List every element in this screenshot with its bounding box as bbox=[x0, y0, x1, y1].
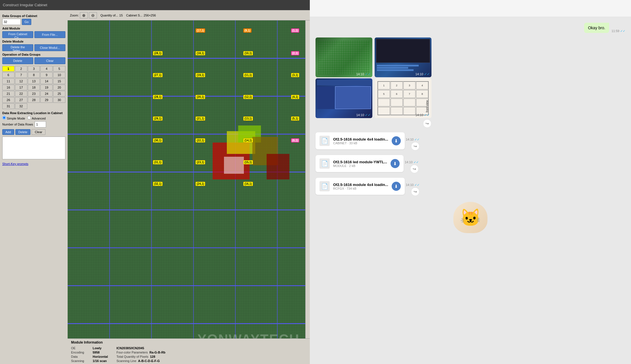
file-info-1: Of2.5-1616 module 4x4 loadin... CABINET … bbox=[333, 137, 388, 145]
number-grid: 1 2 3 4 5 6 7 8 9 10 11 12 13 14 15 16 1… bbox=[2, 66, 65, 109]
thumb-1[interactable]: 14:10✓✓ bbox=[316, 37, 372, 77]
delete-group-button[interactable]: Delete bbox=[2, 57, 33, 64]
forward-button-1[interactable]: ↪ bbox=[411, 142, 420, 150]
chat-messages[interactable]: Okay bro. 11:59 ✓✓ 14:10✓✓ bbox=[310, 17, 631, 364]
num-btn-19[interactable]: 19 bbox=[40, 85, 53, 90]
chat-header bbox=[310, 0, 631, 17]
download-button-1[interactable]: ⬇ bbox=[392, 136, 401, 145]
zoom-label: Zoom: bbox=[70, 14, 79, 17]
module-label-17-1: (17,1) bbox=[196, 28, 205, 33]
num-btn-6[interactable]: 6 bbox=[2, 72, 14, 78]
module-label-3-1: (3,1) bbox=[291, 73, 299, 77]
scanning-label: Scanning bbox=[71, 359, 91, 363]
module-label-28-1b: (28,1) bbox=[153, 95, 163, 99]
num-data-rows-label: Number of Data Rows bbox=[2, 123, 33, 126]
text-area[interactable] bbox=[2, 137, 65, 159]
download-button-2[interactable]: ⬇ bbox=[391, 159, 400, 168]
scrollbar-vertical[interactable] bbox=[305, 20, 310, 364]
num-btn-1[interactable]: 1 bbox=[2, 66, 14, 72]
clear-button[interactable]: Clear bbox=[32, 129, 45, 135]
cat-image: 🐱 bbox=[453, 202, 487, 233]
num-btn-2[interactable]: 2 bbox=[15, 66, 27, 72]
thumb-3[interactable]: 14:10✓✓ bbox=[316, 78, 372, 118]
num-btn-28[interactable]: 28 bbox=[28, 97, 40, 103]
module-label-28-1a: (28,1) bbox=[153, 51, 163, 55]
simple-mode-label: Simple Mode bbox=[7, 117, 25, 120]
num-btn-9[interactable]: 9 bbox=[40, 72, 53, 78]
from-cabinet-button[interactable]: From Cabinet Co... bbox=[2, 31, 33, 38]
module-label-12-1: (12,1) bbox=[243, 95, 253, 99]
zoom-in-button[interactable]: ⊕ bbox=[80, 12, 88, 18]
advanced-radio[interactable]: Advanced bbox=[27, 116, 45, 120]
num-btn-23[interactable]: 23 bbox=[28, 91, 40, 97]
num-btn-14[interactable]: 14 bbox=[40, 78, 53, 84]
sent-message: Okay bro. 11:59 ✓✓ bbox=[584, 23, 625, 33]
forward-button-images[interactable]: ↪ bbox=[423, 119, 431, 128]
num-btn-31[interactable]: 31 bbox=[2, 103, 14, 109]
download-button-3[interactable]: ⬇ bbox=[392, 182, 401, 191]
encoding-label: Encoding bbox=[71, 351, 91, 354]
module-label-18-1: (18,1) bbox=[196, 51, 205, 55]
cabinet-s-value: 256×256 bbox=[144, 14, 156, 17]
num-btn-16[interactable]: 16 bbox=[2, 85, 14, 90]
num-btn-10[interactable]: 10 bbox=[53, 72, 65, 78]
file-name-1: Of2.5-1616 module 4x4 loadin... bbox=[333, 137, 388, 141]
module-label-29-1: (29,1) bbox=[153, 116, 163, 121]
clear-group-button[interactable]: Clear bbox=[34, 57, 65, 64]
from-file-button[interactable]: From File... bbox=[34, 31, 65, 38]
num-btn-25[interactable]: 25 bbox=[53, 91, 65, 97]
num-data-rows-input[interactable] bbox=[35, 121, 46, 127]
module-label-21-1: (21,1) bbox=[196, 116, 205, 121]
file-attachment-1[interactable]: 📄 Of2.5-1616 module 4x4 loadin... CABINE… bbox=[316, 132, 405, 149]
num-btn-22[interactable]: 22 bbox=[15, 91, 27, 97]
num-btn-3[interactable]: 3 bbox=[28, 66, 40, 72]
num-btn-11[interactable]: 11 bbox=[2, 78, 14, 84]
file-attachment-2[interactable]: 📄 Of2.5-1616 led module-YWTL... MODULE ·… bbox=[316, 155, 404, 172]
forward-button-3[interactable]: ↪ bbox=[411, 187, 420, 196]
module-label-1-1: (1,1) bbox=[291, 28, 299, 33]
module-label-2-1: (2,1) bbox=[291, 51, 299, 55]
num-btn-4[interactable]: 4 bbox=[40, 66, 53, 72]
num-btn-27[interactable]: 27 bbox=[15, 97, 27, 103]
file-time-3: 14:10 ✓✓ bbox=[406, 183, 420, 187]
num-btn-21[interactable]: 21 bbox=[2, 91, 14, 97]
delete-button[interactable]: Delete bbox=[15, 129, 31, 135]
num-btn-7[interactable]: 7 bbox=[15, 72, 27, 78]
zoom-out-button[interactable]: ⊖ bbox=[89, 12, 97, 18]
thumb-2[interactable]: 14:10✓✓ bbox=[375, 37, 431, 77]
file-attachment-3[interactable]: 📄 Of2.5-1616 module 4x4 loadin... RCFGX … bbox=[316, 178, 405, 195]
sent-time: 11:59 ✓✓ bbox=[611, 29, 625, 33]
total-pixels-value: 128 bbox=[150, 355, 155, 358]
module-label-27-1: (27,1) bbox=[153, 73, 163, 77]
four-color-value: Ra-G-B-Rb bbox=[150, 351, 165, 354]
simple-mode-radio[interactable]: Simple Mode bbox=[2, 116, 25, 120]
num-btn-12[interactable]: 12 bbox=[15, 78, 27, 84]
data-groups-input[interactable] bbox=[2, 19, 21, 25]
left-panel: Construct Irregular Cabinet Data Groups … bbox=[0, 0, 310, 364]
num-btn-13[interactable]: 13 bbox=[28, 78, 40, 84]
shortkey-link[interactable]: Short-Key prompts bbox=[2, 162, 28, 166]
num-btn-29[interactable]: 29 bbox=[40, 97, 53, 103]
color-patch-maroon bbox=[267, 154, 289, 179]
num-btn-20[interactable]: 20 bbox=[53, 85, 65, 90]
num-btn-5[interactable]: 5 bbox=[53, 66, 65, 72]
led-canvas[interactable]: (17,1) (9,1) (1,1) (28,1) (18,1) (10,1) … bbox=[68, 20, 305, 364]
num-btn-18[interactable]: 18 bbox=[28, 85, 40, 90]
thumb-4[interactable]: 1 2 3 4 5 6 7 8 bbox=[375, 78, 431, 118]
add-button[interactable]: Add bbox=[2, 129, 14, 135]
file-3-container: 📄 Of2.5-1616 module 4x4 loadin... RCFGX … bbox=[316, 178, 420, 196]
num-btn-32[interactable]: 32 bbox=[15, 103, 27, 109]
scanning-line-value: A-B-C-D-E-F-G bbox=[138, 359, 160, 363]
module-label-16-1: (16,1) bbox=[243, 182, 253, 186]
go-button[interactable]: Go bbox=[22, 19, 31, 25]
num-btn-30[interactable]: 30 bbox=[53, 97, 65, 103]
close-module-button[interactable]: Close Modul... bbox=[34, 44, 65, 51]
num-btn-8[interactable]: 8 bbox=[28, 72, 40, 78]
num-btn-24[interactable]: 24 bbox=[40, 91, 53, 97]
forward-button-2[interactable]: ↪ bbox=[410, 165, 419, 173]
delete-sel-button[interactable]: Delete the Selec... bbox=[2, 44, 33, 51]
num-btn-17[interactable]: 17 bbox=[15, 85, 27, 90]
module-label-11-1: (11,1) bbox=[243, 73, 253, 77]
num-btn-15[interactable]: 15 bbox=[53, 78, 65, 84]
num-btn-26[interactable]: 26 bbox=[2, 97, 14, 103]
